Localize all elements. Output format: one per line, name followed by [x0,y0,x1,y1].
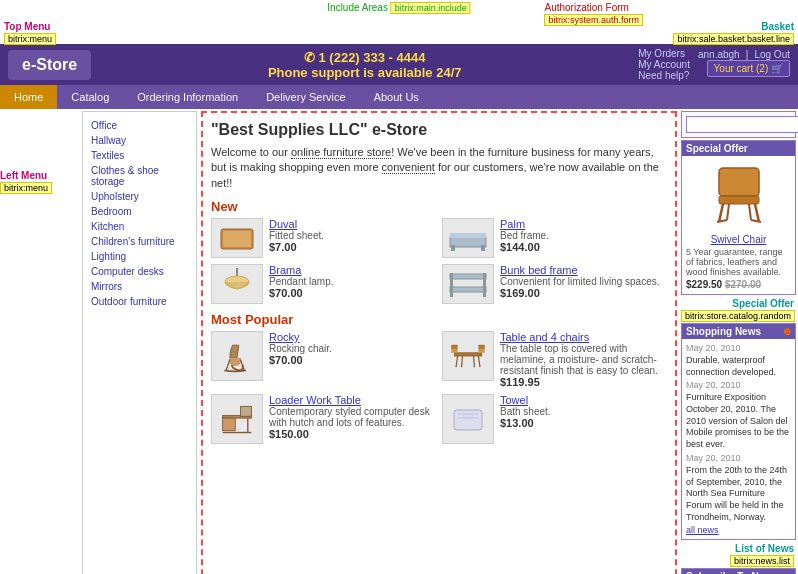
right-sidebar: Search Special Offer Swivel Chair [681,111,796,574]
product-palm-name[interactable]: Palm [500,218,667,230]
svg-rect-11 [483,273,486,297]
main-content-wrapper: Left Menu bitrix:menu Office Hallway Tex… [0,109,798,574]
table4-svg [448,338,488,374]
top-menu-badge: bitrix:menu [4,33,56,45]
cart-box[interactable]: Your cart (2) 🛒 [707,60,790,77]
product-rocky-img [211,331,263,381]
all-news-link[interactable]: all news [686,525,791,535]
my-account-link[interactable]: My Account [638,59,690,70]
nav-catalog[interactable]: Catalog [57,85,123,109]
logout-link[interactable]: Log Out [754,49,790,60]
sidebar-item-hallway[interactable]: Hallway [83,133,196,148]
special-offer-badge: bitrix:store.catalog.random [681,310,795,322]
left-annotation-col: Left Menu bitrix:menu [0,109,80,574]
sidebar-item-outdoor[interactable]: Outdoor furniture [83,294,196,309]
svg-rect-22 [478,345,484,349]
svg-line-35 [727,204,729,220]
sidebar-item-bedroom[interactable]: Bedroom [83,204,196,219]
auth-form-badge: bitrix:system.auth.form [544,14,643,26]
product-table4-price: $119.95 [500,376,667,388]
nav-ordering[interactable]: Ordering Information [123,85,252,109]
product-loader-name[interactable]: Loader Work Table [269,394,436,406]
sidebar-item-children[interactable]: Children's furniture [83,234,196,249]
sidebar-item-textiles[interactable]: Textiles [83,148,196,163]
product-bunk-price: $169.00 [500,287,667,299]
product-brama-price: $70.00 [269,287,436,299]
nav-about[interactable]: About Us [360,85,433,109]
sidebar-item-clothes[interactable]: Clothes & shoe storage [83,163,196,189]
sidebar-item-computer[interactable]: Computer desks [83,264,196,279]
svg-rect-21 [451,345,457,349]
svg-line-34 [755,204,759,222]
product-table4-name[interactable]: Table and 4 chairs [500,331,667,343]
product-table4-img [442,331,494,381]
user-section: ann.abgh | Log Out Your cart (2) 🛒 [698,48,790,77]
sidebar-item-lighting[interactable]: Lighting [83,249,196,264]
special-offer-title: Special Offer [682,141,795,156]
product-towel-info: Towel Bath sheet. $13.00 [500,394,667,429]
left-sidebar: Office Hallway Textiles Clothes & shoe s… [82,111,197,574]
need-help-link[interactable]: Need help? [638,70,690,81]
product-duval-info: Duval Fitted sheet. $7.00 [269,218,436,253]
product-rocky-info: Rocky Rocking chair. $70.00 [269,331,436,366]
product-duval-img [211,218,263,258]
svg-line-12 [226,360,230,371]
chair-name[interactable]: Swivel Chair [686,234,791,245]
user-links: ann.abgh | Log Out [698,48,790,60]
popular-section-header: Most Popular [211,312,667,327]
product-palm-desc: Bed frame. [500,230,667,241]
product-rocky-price: $70.00 [269,354,436,366]
svg-rect-4 [451,245,455,251]
header-right: My Orders My Account Need help? ann.abgh… [638,48,790,81]
product-table4: Table and 4 chairs The table top is cove… [442,331,667,388]
search-input[interactable] [686,116,798,133]
product-loader-price: $150.00 [269,428,436,440]
new-section-header: New [211,199,667,214]
product-duval-name[interactable]: Duval [269,218,436,230]
my-orders-link[interactable]: My Orders [638,48,690,59]
svg-line-17 [462,356,463,367]
product-loader-info: Loader Work Table Contemporary styled co… [269,394,436,440]
svg-rect-27 [241,407,252,417]
sidebar-item-kitchen[interactable]: Kitchen [83,219,196,234]
sidebar-item-mirrors[interactable]: Mirrors [83,279,196,294]
store-title: "Best Supplies LLC" e-Store [211,121,667,139]
subscribe-title: Subscribe To News [682,569,795,574]
product-duval-price: $7.00 [269,241,436,253]
svg-rect-1 [223,231,251,247]
sheet-svg [217,220,257,256]
include-areas-annotation: Include Areas bitrix:main.include [327,2,470,13]
product-towel-price: $13.00 [500,417,667,429]
news-date-2: May 20, 2010 [686,380,791,390]
product-table4-info: Table and 4 chairs The table top is cove… [500,331,667,388]
sidebar-item-upholstery[interactable]: Upholstery [83,189,196,204]
product-rocky-name[interactable]: Rocky [269,331,436,343]
svg-rect-31 [719,168,759,196]
product-brama-info: Brama Pendant lamp. $70.00 [269,264,436,299]
lamp-svg [217,266,257,302]
basket-badge: bitrix:sale.basket.basket.line [673,33,794,45]
nav-delivery[interactable]: Delivery Service [252,85,359,109]
sidebar-menu: Office Hallway Textiles Clothes & shoe s… [83,112,196,315]
rocking-chair-svg [217,338,257,374]
nav-home[interactable]: Home [0,85,57,109]
news-date-3: May 20, 2010 [686,453,791,463]
product-palm-info: Palm Bed frame. $144.00 [500,218,667,253]
special-offer-box: Special Offer Swivel Chair 5 Year guaran… [681,140,796,295]
product-brama: Brama Pendant lamp. $70.00 [211,264,436,304]
svg-rect-9 [450,287,486,292]
svg-rect-8 [450,274,486,279]
product-bunk-desc: Convenient for limited living spaces. [500,276,667,287]
product-brama-name[interactable]: Brama [269,264,436,276]
side-labels-row: Top Menu bitrix:menu Basket bitrix:sale.… [0,20,798,44]
search-box: Search [681,111,796,138]
svg-rect-28 [454,410,482,430]
product-towel-name[interactable]: Towel [500,394,667,406]
chair-svg [694,160,784,230]
svg-line-16 [478,356,480,367]
bedframe-svg [448,220,488,256]
sidebar-item-office[interactable]: Office [83,118,196,133]
product-brama-img [211,264,263,304]
search-input-row: Search [686,116,791,133]
product-bunk-name[interactable]: Bunk bed frame [500,264,667,276]
